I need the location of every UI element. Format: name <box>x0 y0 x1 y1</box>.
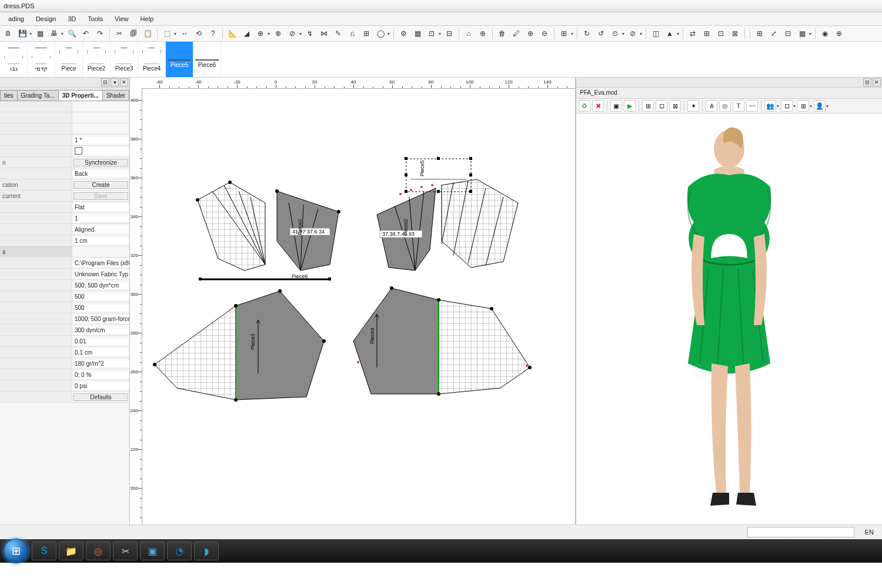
toolbar-btn-8[interactable]: ✂ <box>113 28 125 39</box>
prop-value[interactable]: 500; 500 dyn*cm <box>72 282 129 289</box>
menu-design[interactable]: Design <box>30 15 62 22</box>
toolbar-btn-59[interactable]: ⤢ <box>768 28 780 39</box>
toolbar-btn-39[interactable]: ⊕ <box>524 28 536 39</box>
toolbar-btn-14[interactable]: ⟲ <box>193 28 205 39</box>
prop-value[interactable]: 1 <box>72 215 129 222</box>
viewer-btn-15[interactable]: 〰 <box>746 100 758 112</box>
menu-view[interactable]: View <box>109 15 135 22</box>
toolbar-btn-35[interactable]: ⊕ <box>477 28 489 39</box>
start-button[interactable]: ⊞ <box>4 539 28 563</box>
piece-upper-left[interactable]: 41.97 37.6 34 Piece2 <box>198 182 339 270</box>
toolbar-btn-20[interactable]: ⊗ <box>272 28 284 39</box>
toolbar-btn-64[interactable]: ⊕ <box>833 28 845 39</box>
toolbar-btn-25[interactable]: ⎌ <box>346 28 358 39</box>
toolbar-btn-38[interactable]: 🖊 <box>510 28 522 39</box>
toolbar-btn-32[interactable]: ⊟ <box>443 28 455 39</box>
toolbar-btn-47[interactable]: ⊘ <box>627 28 639 39</box>
viewer-btn-12[interactable]: ⋔ <box>706 100 717 112</box>
menu-tools[interactable]: Tools <box>82 15 109 22</box>
toolbar-btn-4[interactable]: 🔍 <box>66 28 78 39</box>
design-canvas[interactable]: -60-40-20020406080100120140 400380360340… <box>130 78 575 524</box>
taskbar-chrome[interactable]: ◎ <box>86 542 111 560</box>
piece-thumb-Piece4[interactable]: Piece4 <box>138 42 166 77</box>
piece-upper-right[interactable]: 37.38.7.42.93 Piece2 Piece5 <box>377 157 518 270</box>
viewer-btn-4[interactable]: ▶ <box>624 100 636 112</box>
viewer-btn-3[interactable]: ▣ <box>610 100 622 112</box>
toolbar-btn-44[interactable]: ↻ <box>581 28 593 39</box>
toolbar-btn-34[interactable]: ⌂ <box>463 28 475 39</box>
piece-thumb-Piece3[interactable]: Piece3 <box>111 42 138 77</box>
menu-ading[interactable]: ading <box>2 15 30 22</box>
toolbar-btn-37[interactable]: 🗑 <box>496 28 508 39</box>
piece4[interactable]: Piece4 <box>353 288 530 394</box>
viewer-btn-17[interactable]: 👥 <box>764 100 776 112</box>
toolbar-btn-17[interactable]: 📐 <box>226 28 238 39</box>
toolbar-btn-54[interactable]: ⊡ <box>715 28 727 39</box>
toolbar-btn-10[interactable]: 📋 <box>142 28 153 39</box>
viewer-pin-icon[interactable]: ⊟ <box>863 78 871 86</box>
toolbar-btn-63[interactable]: ◉ <box>819 28 831 39</box>
toolbar-btn-55[interactable]: ⊠ <box>729 28 741 39</box>
toolbar-btn-60[interactable]: ⊡ <box>782 28 794 39</box>
toolbar-btn-2[interactable]: ▦ <box>34 28 46 39</box>
viewer-btn-19[interactable]: ⊡ <box>781 100 793 112</box>
viewer-btn-10[interactable]: ✦ <box>687 100 699 112</box>
toolbar-btn-58[interactable]: ⊞ <box>754 28 766 39</box>
toolbar-btn-9[interactable]: 🗐 <box>128 28 139 39</box>
taskbar-scissors[interactable]: ✂ <box>113 542 138 560</box>
toolbar-btn-3[interactable]: 🖶 <box>48 28 60 39</box>
viewer-close-icon[interactable]: ✕ <box>873 78 881 86</box>
viewer-btn-0[interactable]: ♻ <box>579 100 590 112</box>
toolbar-btn-18[interactable]: ◢ <box>240 28 252 39</box>
taskbar-teamviewer[interactable]: ◔ <box>167 542 192 560</box>
prop-value[interactable]: 300 dyn/cm <box>72 327 129 333</box>
viewer-btn-1[interactable]: ✖ <box>592 100 604 112</box>
toolbar-btn-42[interactable]: ⊞ <box>558 28 570 39</box>
viewer-btn-6[interactable]: ⊞ <box>642 100 654 112</box>
toolbar-btn-21[interactable]: ⊘ <box>286 28 298 39</box>
toolbar-btn-52[interactable]: ⇄ <box>687 28 699 39</box>
tab-ties[interactable]: ties <box>0 90 18 101</box>
prop-value[interactable]: C:\Program Files (x86 <box>72 260 129 266</box>
dock-dropdown-icon[interactable]: ▾ <box>111 78 119 86</box>
tab-3DProperti[interactable]: 3D Properti... <box>58 90 103 101</box>
prop-value[interactable]: Back <box>72 171 129 177</box>
toolbar-btn-19[interactable]: ⊕ <box>255 28 266 39</box>
toolbar-btn-22[interactable]: ↯ <box>304 28 316 39</box>
prop-value[interactable]: 180 gr/m^2 <box>72 360 129 367</box>
language-indicator[interactable]: EN <box>860 529 878 536</box>
toolbar-btn-12[interactable]: ⬚ <box>161 28 173 39</box>
dock-pin-icon[interactable]: ⊟ <box>101 78 109 86</box>
prop-value[interactable]: 0; 0 % <box>72 372 129 378</box>
viewer-btn-13[interactable]: ◎ <box>719 100 731 112</box>
prop-value[interactable]: 500 <box>72 293 129 300</box>
toolbar-btn-31[interactable]: ⊡ <box>426 28 437 39</box>
taskbar-app2[interactable]: ◗ <box>194 542 219 560</box>
tab-GradingTa[interactable]: Grading Ta... <box>17 90 59 101</box>
toolbar-btn-0[interactable]: 🗎 <box>2 28 14 39</box>
piece-thumb-קדמי[interactable]: קדמי <box>28 42 55 77</box>
taskbar-app[interactable]: ▣ <box>140 542 165 560</box>
toolbar-btn-53[interactable]: ⊞ <box>701 28 713 39</box>
toolbar-btn-5[interactable]: ↶ <box>80 28 92 39</box>
toolbar-btn-40[interactable]: ⊖ <box>539 28 550 39</box>
prop-value[interactable]: 1 * <box>72 137 129 143</box>
dock-close-icon[interactable]: ✕ <box>120 78 128 86</box>
toolbar-btn-1[interactable]: 💾 <box>16 28 28 39</box>
toolbar-btn-49[interactable]: ◫ <box>650 28 662 39</box>
canvas-content[interactable]: 41.97 37.6 34 Piece2 37.38.7.42.93 Piece… <box>142 88 575 524</box>
piece-thumb-Piece5[interactable]: Piece5 <box>166 42 193 77</box>
toolbar-btn-46[interactable]: ⊙ <box>609 28 621 39</box>
taskbar-skype[interactable]: S <box>32 542 56 560</box>
toolbar-btn-23[interactable]: ⋈ <box>318 28 330 39</box>
piece-thumb-Piece[interactable]: Piece <box>55 42 83 77</box>
toolbar-btn-26[interactable]: ⊞ <box>360 28 372 39</box>
viewer-btn-21[interactable]: ⊞ <box>797 100 809 112</box>
prop-value[interactable]: Unknown Fabric Typ <box>72 271 129 278</box>
prop-checkbox[interactable] <box>75 147 82 155</box>
piece-thumb-Piece2[interactable]: Piece2 <box>83 42 111 77</box>
toolbar-btn-15[interactable]: ? <box>207 28 219 39</box>
toolbar-btn-13[interactable]: ↔ <box>179 28 191 39</box>
toolbar-btn-61[interactable]: ▦ <box>796 28 808 39</box>
toolbar-btn-29[interactable]: ⚙ <box>397 28 409 39</box>
